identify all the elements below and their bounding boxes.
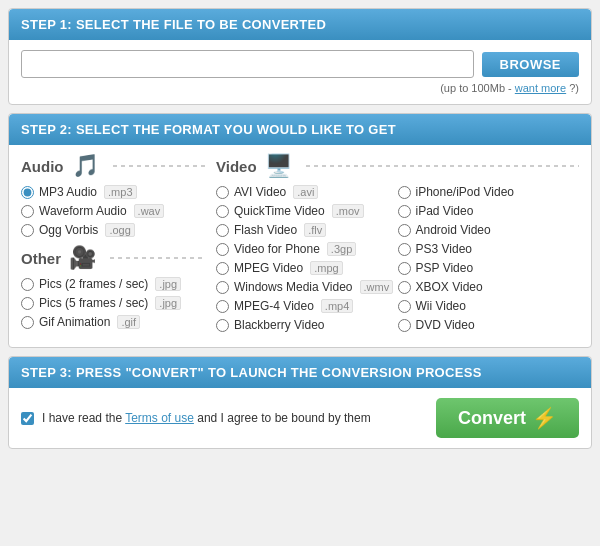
video-col1-ext-6: .mp4 — [321, 299, 353, 313]
other-divider — [110, 257, 206, 259]
video-option-col2-3[interactable]: PS3 Video — [398, 242, 580, 256]
video-col2: iPhone/iPod Video iPad Video Android Vid… — [398, 185, 580, 337]
video-option-col1-2[interactable]: Flash Video .flv — [216, 223, 398, 237]
radio-audio-2[interactable] — [21, 224, 34, 237]
video-col1-label-4: MPEG Video — [234, 261, 303, 275]
audio-option-ext-1: .wav — [134, 204, 165, 218]
video-col2-label-0: iPhone/iPod Video — [416, 185, 515, 199]
video-option-col2-4[interactable]: PSP Video — [398, 261, 580, 275]
other-icon: 🎥 — [69, 247, 96, 269]
radio-video-col2-2[interactable] — [398, 224, 411, 237]
radio-video-col1-7[interactable] — [216, 319, 229, 332]
radio-video-col2-6[interactable] — [398, 300, 411, 313]
video-col2-label-3: PS3 Video — [416, 242, 473, 256]
audio-option-2[interactable]: Ogg Vorbis .ogg — [21, 223, 206, 237]
video-col2-label-1: iPad Video — [416, 204, 474, 218]
radio-other-0[interactable] — [21, 278, 34, 291]
radio-audio-0[interactable] — [21, 186, 34, 199]
video-col1-label-1: QuickTime Video — [234, 204, 325, 218]
video-col1: AVI Video .avi QuickTime Video .mov Flas… — [216, 185, 398, 337]
video-option-col2-2[interactable]: Android Video — [398, 223, 580, 237]
video-option-col1-7[interactable]: Blackberry Video — [216, 318, 398, 332]
video-option-col2-6[interactable]: Wii Video — [398, 299, 580, 313]
terms-checkbox[interactable] — [21, 412, 34, 425]
other-option-2[interactable]: Gif Animation .gif — [21, 315, 206, 329]
video-option-col1-1[interactable]: QuickTime Video .mov — [216, 204, 398, 218]
radio-video-col2-1[interactable] — [398, 205, 411, 218]
video-col1-label-6: MPEG-4 Video — [234, 299, 314, 313]
video-option-col1-5[interactable]: Windows Media Video .wmv — [216, 280, 398, 294]
radio-video-col2-7[interactable] — [398, 319, 411, 332]
video-col2-label-5: XBOX Video — [416, 280, 483, 294]
radio-other-2[interactable] — [21, 316, 34, 329]
terms-link[interactable]: Terms of use — [125, 411, 194, 425]
audio-label: Audio — [21, 158, 64, 175]
other-option-1[interactable]: Pics (5 frames / sec) .jpg — [21, 296, 206, 310]
audio-option-0[interactable]: MP3 Audio .mp3 — [21, 185, 206, 199]
audio-option-label-1: Waveform Audio — [39, 204, 127, 218]
radio-video-col2-3[interactable] — [398, 243, 411, 256]
audio-divider — [113, 165, 207, 167]
radio-video-col1-1[interactable] — [216, 205, 229, 218]
video-col1-label-5: Windows Media Video — [234, 280, 353, 294]
radio-video-col1-3[interactable] — [216, 243, 229, 256]
video-icon: 🖥️ — [265, 155, 292, 177]
other-option-label-1: Pics (5 frames / sec) — [39, 296, 148, 310]
video-option-col2-7[interactable]: DVD Video — [398, 318, 580, 332]
video-col1-label-3: Video for Phone — [234, 242, 320, 256]
video-col1-ext-1: .mov — [332, 204, 364, 218]
radio-video-col1-5[interactable] — [216, 281, 229, 294]
video-col2-label-4: PSP Video — [416, 261, 474, 275]
other-label: Other — [21, 250, 61, 267]
other-option-ext-0: .jpg — [155, 277, 181, 291]
video-option-col1-6[interactable]: MPEG-4 Video .mp4 — [216, 299, 398, 313]
radio-video-col1-4[interactable] — [216, 262, 229, 275]
video-col2-label-7: DVD Video — [416, 318, 475, 332]
video-divider — [306, 165, 579, 167]
want-more-link[interactable]: want more — [515, 82, 566, 94]
video-col1-ext-2: .flv — [304, 223, 326, 237]
convert-icon: ⚡ — [532, 406, 557, 430]
radio-video-col1-2[interactable] — [216, 224, 229, 237]
video-option-col1-0[interactable]: AVI Video .avi — [216, 185, 398, 199]
other-option-label-0: Pics (2 frames / sec) — [39, 277, 148, 291]
other-option-ext-1: .jpg — [155, 296, 181, 310]
video-option-col2-0[interactable]: iPhone/iPod Video — [398, 185, 580, 199]
audio-option-label-0: MP3 Audio — [39, 185, 97, 199]
video-col1-label-2: Flash Video — [234, 223, 297, 237]
radio-video-col2-0[interactable] — [398, 186, 411, 199]
other-option-0[interactable]: Pics (2 frames / sec) .jpg — [21, 277, 206, 291]
video-option-col2-1[interactable]: iPad Video — [398, 204, 580, 218]
video-col1-ext-0: .avi — [293, 185, 318, 199]
video-col1-ext-3: .3gp — [327, 242, 356, 256]
video-col2-label-2: Android Video — [416, 223, 491, 237]
other-option-label-2: Gif Animation — [39, 315, 110, 329]
audio-option-ext-0: .mp3 — [104, 185, 136, 199]
audio-option-label-2: Ogg Vorbis — [39, 223, 98, 237]
video-col2-label-6: Wii Video — [416, 299, 466, 313]
file-input[interactable] — [21, 50, 474, 78]
video-col1-label-0: AVI Video — [234, 185, 286, 199]
radio-video-col1-0[interactable] — [216, 186, 229, 199]
video-col1-ext-4: .mpg — [310, 261, 342, 275]
other-option-ext-2: .gif — [117, 315, 140, 329]
convert-button[interactable]: Convert ⚡ — [436, 398, 579, 438]
audio-option-1[interactable]: Waveform Audio .wav — [21, 204, 206, 218]
radio-video-col2-5[interactable] — [398, 281, 411, 294]
step2-header: STEP 2: SELECT THE FORMAT YOU WOULD LIKE… — [9, 114, 591, 145]
step1-header: STEP 1: SELECT THE FILE TO BE CONVERTED — [9, 9, 591, 40]
video-option-col1-4[interactable]: MPEG Video .mpg — [216, 261, 398, 275]
video-option-col1-3[interactable]: Video for Phone .3gp — [216, 242, 398, 256]
audio-options-group: MP3 Audio .mp3 Waveform Audio .wav Ogg V… — [21, 185, 206, 237]
terms-label: I have read the Terms of use and I agree… — [42, 411, 371, 425]
radio-audio-1[interactable] — [21, 205, 34, 218]
audio-option-ext-2: .ogg — [105, 223, 134, 237]
other-options-group: Pics (2 frames / sec) .jpg Pics (5 frame… — [21, 277, 206, 329]
audio-icon: 🎵 — [72, 155, 99, 177]
convert-label: Convert — [458, 408, 526, 429]
radio-other-1[interactable] — [21, 297, 34, 310]
browse-button[interactable]: BROWSE — [482, 52, 580, 77]
video-option-col2-5[interactable]: XBOX Video — [398, 280, 580, 294]
radio-video-col1-6[interactable] — [216, 300, 229, 313]
radio-video-col2-4[interactable] — [398, 262, 411, 275]
